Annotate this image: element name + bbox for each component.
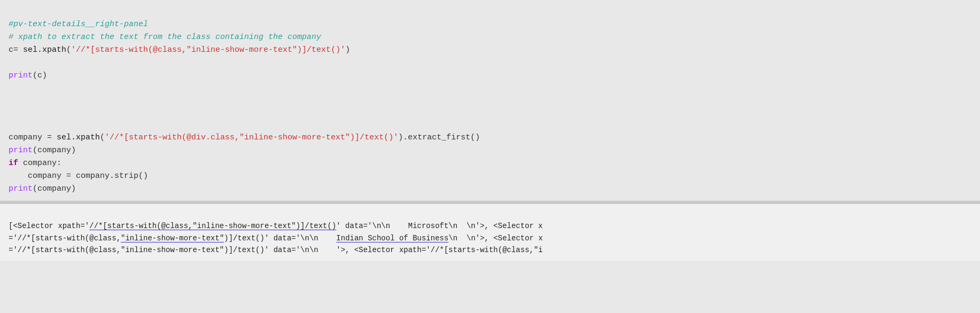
code-line-c: c= sel.xpath('//*[starts-with(@class,"in… [9, 45, 350, 54]
code-line-company: company = sel.xpath('//*[starts-with(@di… [9, 133, 480, 142]
output-panel: [<Selector xpath='//*[starts-with(@class… [0, 203, 980, 261]
code-editor: #pv-text-details__right-panel # xpath to… [0, 0, 980, 201]
code-line-print-c: print(c) [9, 71, 47, 80]
code-line-strip: company = company.strip() [9, 171, 148, 181]
comment-line-1: #pv-text-details__right-panel [9, 20, 148, 29]
output-line-3: ='//*[starts-with(@class,"inline-show-mo… [9, 246, 543, 254]
code-line-print-company2: print(company) [9, 184, 76, 193]
comment-line-2: # xpath to extract the text from the cla… [9, 33, 321, 42]
output-line-2: ='//*[starts-with(@class,"inline-show-mo… [9, 234, 543, 242]
code-line-print-company: print(company) [9, 146, 76, 155]
output-line-1: [<Selector xpath='//*[starts-with(@class… [9, 222, 543, 230]
code-line-if: if company: [9, 159, 61, 168]
